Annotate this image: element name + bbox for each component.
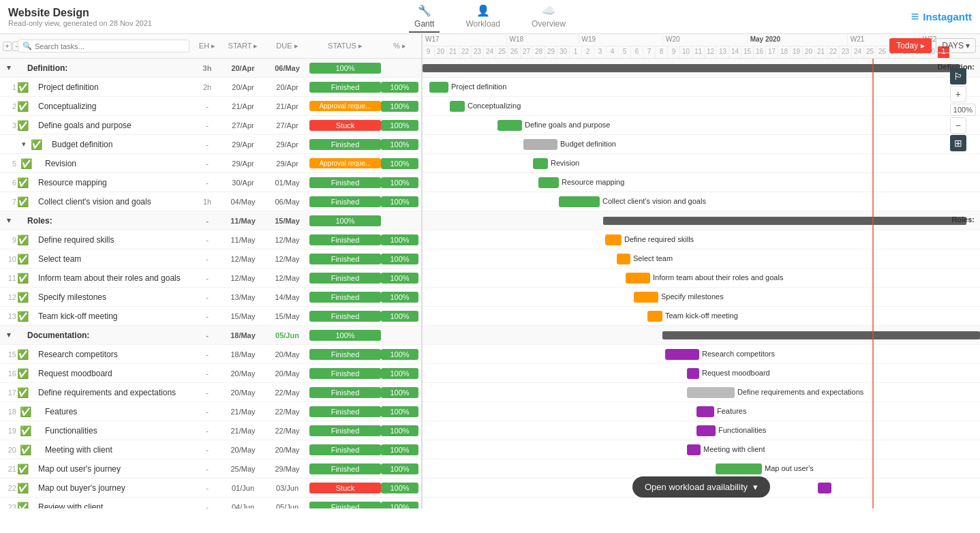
task-due: 12/May	[265, 274, 309, 282]
task-due: 29/Apr	[265, 140, 309, 149]
nav-gantt[interactable]: 🔧 Gantt	[409, 1, 440, 33]
col-header-start[interactable]: START ▸	[221, 42, 265, 50]
task-eh: 1h	[194, 198, 221, 206]
day-cell: 25	[496, 46, 508, 59]
day-cell: 22	[827, 46, 840, 59]
zoom-flag-btn[interactable]: 🏳	[950, 68, 966, 85]
gantt-bar	[423, 64, 960, 72]
gantt-row-16: Request moodboard	[423, 364, 980, 383]
gantt-bar-12	[634, 292, 658, 303]
task-pct: 100%	[381, 311, 418, 322]
today-button[interactable]: Today ▸	[889, 38, 932, 53]
table-row: 22 ✅ Map out buyer's journey - 01/Jun 03…	[0, 478, 421, 498]
table-row: 21 ✅ Map out user's journey - 25/May 29/…	[0, 459, 421, 478]
table-row: 18 ✅ Features - 21/May 22/May Finished 1…	[0, 402, 421, 421]
gantt-bar-label-10: Select team	[633, 254, 673, 262]
task-pct: 100%	[381, 101, 418, 112]
day-cell: 16	[754, 46, 766, 59]
search-icon: 🔍	[22, 42, 32, 50]
day-cell: 20	[803, 46, 815, 59]
group-toggle-documentation[interactable]: ▾	[3, 329, 15, 341]
zoom-level: 100%	[950, 104, 976, 116]
day-cell: 21	[447, 46, 459, 59]
gantt-bar-label-4: Budget definition	[560, 140, 616, 148]
task-pct: 100%	[381, 406, 418, 417]
day-cell: 11	[692, 46, 705, 59]
task-start: 12/May	[221, 274, 265, 282]
day-cell: 13	[717, 46, 729, 59]
gantt-row-7: Collect client's vision and goals	[423, 192, 980, 211]
task-check-icon: ✅	[16, 367, 29, 380]
header-nav: 🔧 Gantt 👤 Workload ☁️ Overview	[409, 1, 571, 33]
task-pct: 100%	[381, 292, 418, 303]
main-area: + − 🔍 EH ▸ START ▸ DUE ▸ STATUS ▸ % ▸ ▾ …	[0, 34, 980, 508]
task-status: Finished	[309, 502, 381, 509]
task-pct: 100%	[381, 349, 418, 360]
task-status: Finished	[309, 273, 381, 284]
gantt-bar-label-15: Research competitors	[702, 350, 775, 358]
gantt-bar-10	[617, 254, 630, 264]
task-name: Resource mapping	[29, 178, 194, 187]
gantt-bar-label-2: Conceptualizing	[468, 102, 521, 110]
task-eh: -	[194, 255, 221, 263]
col-header-pct[interactable]: % ▸	[381, 42, 418, 50]
map-view-btn[interactable]: ⊞	[950, 135, 966, 151]
task-pct: 100%	[381, 120, 418, 131]
task-check-icon: ✅	[16, 310, 29, 322]
nav-overview[interactable]: ☁️ Overview	[526, 1, 571, 33]
task-name: Revision	[29, 159, 194, 168]
gantt-bar-label-6: Resource mapping	[562, 178, 624, 186]
nav-workload-label: Workload	[465, 19, 500, 29]
gantt-row-17: Define requirements and expectations	[423, 383, 980, 402]
task-pct: 100%	[381, 502, 418, 509]
task-check-icon: ✅	[16, 444, 29, 456]
gantt-bar-20	[687, 444, 701, 455]
task-status: Finished	[309, 292, 381, 303]
expand-all-btn[interactable]: +	[3, 42, 12, 51]
task-start: 18/May	[221, 331, 265, 339]
day-cell: 15	[741, 46, 754, 59]
gantt-bar-label-7: Collect client's vision and goals	[602, 197, 706, 205]
today-chevron-icon: ▸	[921, 41, 925, 50]
day-cell: 30	[557, 46, 570, 59]
task-status: Approval reque...	[309, 158, 381, 168]
search-input[interactable]	[35, 42, 110, 50]
table-row: 6 ✅ Resource mapping - 30/Apr 01/May Fin…	[0, 173, 421, 192]
task-status: 100%	[309, 215, 381, 226]
logo-text: Instagantt	[923, 11, 972, 22]
task-eh: -	[194, 331, 221, 339]
task-due: 27/Apr	[265, 121, 309, 130]
task-eh: -	[194, 427, 221, 435]
today-line	[872, 59, 874, 508]
task-due: 22/May	[265, 427, 309, 435]
task-due: 06/May	[265, 64, 309, 72]
gantt-bar-11	[626, 273, 650, 284]
zoom-controls: 🏳 + 100% − ⊞	[950, 68, 976, 151]
zoom-out-btn[interactable]: −	[950, 117, 966, 134]
task-start: 12/May	[221, 255, 265, 263]
group-toggle-roles[interactable]: ▾	[3, 215, 15, 227]
col-header-due[interactable]: DUE ▸	[265, 42, 309, 50]
task-due: 22/May	[265, 389, 309, 397]
group-toggle-budget[interactable]: ▾	[18, 138, 30, 151]
col-header-eh[interactable]: EH ▸	[194, 42, 221, 50]
task-eh: -	[194, 389, 221, 397]
gantt-row-3: Define goals and purpose	[423, 116, 980, 135]
day-cell: 8	[656, 46, 668, 59]
task-pct: 100%	[381, 483, 418, 493]
nav-workload[interactable]: 👤 Workload	[460, 1, 505, 33]
task-check-icon: ✅	[16, 406, 29, 418]
group-toggle-definition[interactable]: ▾	[3, 62, 15, 74]
task-pct: 100%	[381, 196, 418, 207]
days-button[interactable]: DAYS ▾	[936, 38, 976, 53]
day-cell: 22	[459, 46, 472, 59]
open-workload-btn[interactable]: Open workload availability ▾	[632, 476, 770, 498]
task-name: Define required skills	[29, 235, 194, 245]
gantt-row-10: Select team	[423, 249, 980, 269]
open-workload-label: Open workload availability	[645, 482, 748, 492]
zoom-in-btn[interactable]: +	[950, 86, 966, 102]
task-status: Finished	[309, 82, 381, 93]
task-eh: -	[194, 159, 221, 168]
col-header-status[interactable]: STATUS ▸	[309, 42, 381, 50]
task-pct: 100%	[381, 234, 418, 245]
